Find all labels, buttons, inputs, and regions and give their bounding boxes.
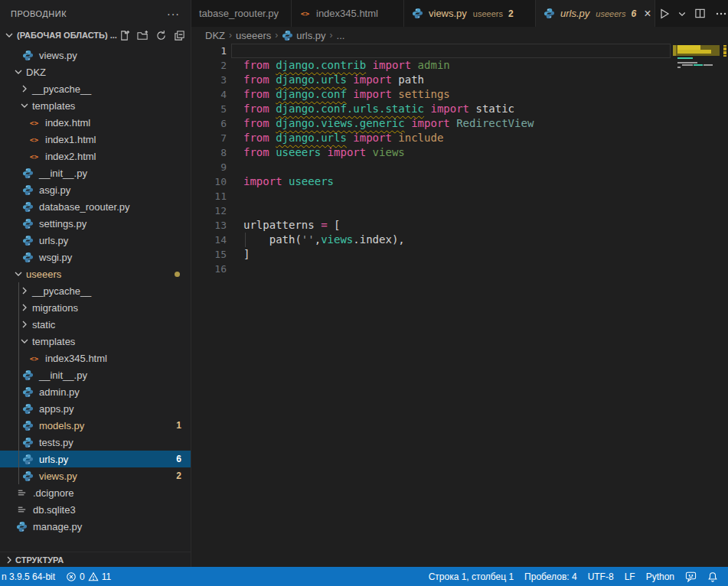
line-number: 12 [191,203,227,218]
tree-folder-templates[interactable]: templates [0,333,191,350]
status-cursor-position[interactable]: Строка 1, столбец 1 [423,567,519,586]
code-line[interactable]: 4from django.conf import settings [191,87,728,102]
close-icon[interactable]: × [644,7,651,21]
minimap[interactable] [672,44,723,567]
run-dropdown-button[interactable] [677,5,687,23]
breadcrumb: DKZ›useeers›urls.py›... [191,27,728,44]
tree-item-label: index.html [45,117,90,129]
tree-file-index345-html[interactable]: <>index345.html [0,350,191,366]
file-tree[interactable]: views.pyDKZ__pycache__templates<>index.h… [0,44,191,535]
explorer-more-actions-icon[interactable]: ··· [167,8,180,20]
code-line[interactable]: 11 [191,189,728,203]
tree-file-index1-html[interactable]: <>index1.html [0,131,191,148]
code-text: import useeers [243,174,334,189]
tree-file-database-roouter-py[interactable]: database_roouter.py [0,198,191,215]
tree-file--init-py[interactable]: __init__.py [0,164,191,181]
tree-file--dcignore[interactable]: .dcignore [0,484,191,501]
code-token: useeers [289,175,334,187]
tree-file-asgi-py[interactable]: asgi.py [0,181,191,198]
status-problems[interactable]: 011 [60,567,116,586]
code-line[interactable]: 5from django.conf.urls.static import sta… [191,102,728,116]
run-button[interactable] [655,5,674,23]
code-line[interactable]: 10import useeers [191,174,728,189]
tree-file-manage-py[interactable]: manage.py [0,518,191,535]
tree-folder-migrations[interactable]: migrations [0,299,191,316]
tree-folder-static[interactable]: static [0,316,191,333]
status-feedback[interactable] [680,567,702,586]
tree-file-views-py[interactable]: views.py2 [0,467,191,484]
code-line[interactable]: 12 [191,203,728,218]
code-token: views [373,146,405,158]
tab-index345-html[interactable]: <>index345.html [292,0,404,27]
tree-file-wsgi-py[interactable]: wsgi.py [0,249,191,265]
collapse-all-button[interactable] [172,28,186,42]
tree-file-settings-py[interactable]: settings.py [0,215,191,232]
code-token: from [243,117,276,129]
tree-folder-useeers[interactable]: useeers [0,265,191,282]
tree-file-tests-py[interactable]: tests.py [0,434,191,451]
workspace-section-header[interactable]: (РАБОЧАЯ ОБЛАСТЬ) ... [0,27,191,44]
minimap-mark [677,62,697,63]
tree-file--init-py[interactable]: __init__.py [0,366,191,383]
line-number: 14 [191,233,227,247]
code-line[interactable]: 2from django.contrib import admin [191,58,728,73]
code-line[interactable]: 9 [191,160,728,174]
code-line[interactable]: 6from django.views.generic import Redire… [191,116,728,131]
chevron-down-icon [12,268,24,280]
more-actions-button[interactable] [712,5,728,23]
code-token: import [405,117,456,129]
code-editor[interactable]: 12from django.contrib import admin3from … [191,44,728,567]
python-file-icon [544,8,556,20]
code-line[interactable]: 13urlpatterns = [ [191,218,728,233]
code-token: path( [243,233,302,246]
tab-urls-py[interactable]: urls.pyuseeers6× [536,0,655,27]
code-line[interactable]: 15] [191,247,728,262]
tree-item-label: database_roouter.py [39,201,130,213]
tree-item-label: __pycache__ [32,285,91,297]
tree-file-index-html[interactable]: <>index.html [0,114,191,131]
new-folder-button[interactable] [135,28,149,42]
code-token: django.urls [276,73,347,86]
status-indentation[interactable]: Пробелов: 4 [519,567,583,586]
status-language-mode[interactable]: Python [641,567,680,586]
tree-file-db-sqlite3[interactable]: db.sqlite3 [0,501,191,518]
tree-file-models-py[interactable]: models.py1 [0,417,191,434]
new-file-button[interactable] [117,28,131,42]
breadcrumb-item--[interactable]: ... [337,30,345,41]
tree-file-urls-py[interactable]: urls.py6 [0,451,191,467]
status-notifications[interactable] [702,567,723,586]
status-encoding[interactable]: UTF-8 [583,567,619,586]
code-line[interactable]: 3from django.urls import path [191,73,728,87]
code-line[interactable]: 7from django.urls import include [191,131,728,145]
minimap-mark [677,50,711,54]
tree-item-label: migrations [32,302,78,314]
tree-folder--pycache-[interactable]: __pycache__ [0,282,191,299]
python-file-icon [21,251,34,263]
tree-file-index2-html[interactable]: <>index2.html [0,148,191,164]
chevron-right-icon [18,318,31,330]
outline-section-header[interactable]: СТРУКТУРА [0,552,191,567]
tree-folder--pycache-[interactable]: __pycache__ [0,80,191,97]
tree-file-apps-py[interactable]: apps.py [0,400,191,417]
tree-folder-dkz[interactable]: DKZ [0,63,191,80]
code-token: import [347,132,398,144]
tree-folder-templates[interactable]: templates [0,97,191,114]
code-line[interactable]: 14 path('',views.index), [191,233,728,247]
line-number: 2 [191,58,227,73]
status-python-interpreter[interactable]: n 3.9.5 64-bit [0,567,60,586]
code-token: import [347,88,398,100]
code-token: RedirectView [456,117,534,129]
split-editor-button[interactable] [690,5,709,23]
breadcrumb-item-dkz[interactable]: DKZ [205,30,225,41]
tab-tabase-roouter-py[interactable]: tabase_roouter.py [191,0,292,27]
breadcrumb-item-urls-py[interactable]: urls.py [282,30,325,41]
tree-file-urls-py[interactable]: urls.py [0,232,191,249]
tab-views-py[interactable]: views.pyuseeers2 [404,0,536,27]
tree-file-admin-py[interactable]: admin.py [0,383,191,400]
code-line[interactable]: 16 [191,262,728,276]
status-eol[interactable]: LF [619,567,641,586]
tree-file-views-py[interactable]: views.py [0,47,191,63]
refresh-button[interactable] [154,28,168,42]
code-line[interactable]: 8from useeers import views [191,145,728,160]
breadcrumb-item-useeers[interactable]: useeers [236,30,271,41]
